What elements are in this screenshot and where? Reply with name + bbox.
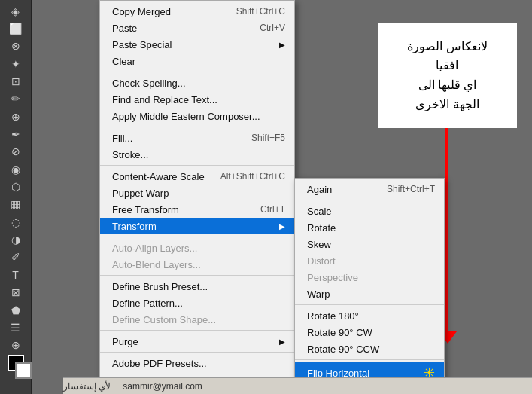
zoom-tool[interactable]: ⊕ (2, 337, 29, 353)
menu-item-purge[interactable]: Purge ▶ (100, 333, 294, 350)
submenu-rotate90cw[interactable]: Rotate 90° CW (295, 324, 444, 341)
submenu-skew[interactable]: Skew (295, 236, 444, 252)
submenu-rotate180[interactable]: Rotate 180° (295, 307, 444, 324)
transform-submenu: Again Shift+Ctrl+T Scale Rotate Skew Dis… (294, 178, 445, 394)
type-tool[interactable]: T (2, 267, 29, 283)
menu-item-stroke[interactable]: Stroke... (100, 146, 294, 163)
menu-item-auto-blend[interactable]: Auto-Blend Layers... (100, 256, 294, 273)
divider-7 (100, 352, 294, 353)
edit-context-menu: Copy Merged Shift+Ctrl+C Paste Ctrl+V Pa… (99, 0, 295, 394)
dodge-tool[interactable]: ◑ (2, 231, 29, 247)
divider-5 (100, 275, 294, 276)
submenu-again[interactable]: Again Shift+Ctrl+T (295, 181, 444, 197)
menu-item-paste-special[interactable]: Paste Special ▶ (100, 36, 294, 53)
menu-item-auto-align[interactable]: Auto-Align Layers... (100, 240, 294, 256)
brush-tool[interactable]: ✒ (2, 126, 29, 142)
magic-wand-tool[interactable]: ✦ (2, 56, 29, 72)
hand-tool[interactable]: ☰ (2, 319, 29, 335)
eraser-tool[interactable]: ⬡ (2, 179, 29, 194)
history-brush[interactable]: ◉ (2, 161, 29, 177)
divider-3 (100, 165, 294, 166)
submenu-rotate[interactable]: Rotate (295, 219, 444, 236)
menu-item-copy-merged[interactable]: Copy Merged Shift+Ctrl+C (100, 3, 294, 20)
clone-tool[interactable]: ⊘ (2, 144, 29, 160)
submenu-scale[interactable]: Scale (295, 203, 444, 219)
menu-item-paste[interactable]: Paste Ctrl+V (100, 20, 294, 36)
menu-item-define-pattern[interactable]: Define Pattern... (100, 295, 294, 311)
divider-2 (100, 127, 294, 127)
sub-divider-3 (295, 359, 444, 360)
menu-item-free-transform[interactable]: Free Transform Ctrl+T (100, 201, 294, 218)
blur-tool[interactable]: ◌ (2, 214, 29, 230)
menu-item-define-shape[interactable]: Define Custom Shape... (100, 311, 294, 328)
menu-item-transform[interactable]: Transform ▶ (100, 218, 294, 234)
menu-item-content-aware[interactable]: Content-Aware Scale Alt+Shift+Ctrl+C (100, 168, 294, 185)
submenu-warp[interactable]: Warp (295, 286, 444, 302)
info-card: لانعكاس الصورة افقيا اي قلبها الى الجهة … (378, 23, 517, 128)
healing-tool[interactable]: ⊕ (2, 108, 29, 124)
menu-item-check-spelling[interactable]: Check Spelling... (100, 75, 294, 91)
toolbar: ◈ ⬜ ⊗ ✦ ⊡ ✏ ⊕ ✒ ⊘ ◉ ⬡ ▦ ◌ ◑ ✐ T ⊠ ⬟ ☰ ⊕ (0, 0, 32, 394)
pen-tool[interactable]: ✐ (2, 249, 29, 265)
marquee-tool[interactable]: ⬜ (2, 20, 29, 36)
sub-divider-1 (295, 200, 444, 200)
foreground-color[interactable] (8, 355, 24, 371)
gradient-tool[interactable]: ▦ (2, 197, 29, 212)
eyedropper-tool[interactable]: ✏ (2, 91, 29, 107)
status-email: sammir@ymail.com (123, 381, 202, 392)
arrow-line (445, 128, 448, 339)
info-card-text: لانعكاس الصورة افقيا اي قلبها الى الجهة … (407, 37, 487, 114)
menu-item-puppet-warp[interactable]: Puppet Warp (100, 185, 294, 201)
move-tool[interactable]: ◈ (2, 3, 29, 19)
status-bar: sammir@ymail.com لأي إستفسار (63, 377, 532, 394)
submenu-distort[interactable]: Distort (295, 252, 444, 269)
background-color[interactable] (15, 362, 32, 379)
menu-item-clear[interactable]: Clear (100, 53, 294, 69)
submenu-rotate90ccw[interactable]: Rotate 90° CCW (295, 341, 444, 357)
menu-item-fill[interactable]: Fill... Shift+F5 (100, 130, 294, 146)
path-tool[interactable]: ⊠ (2, 285, 29, 301)
status-prompt: لأي إستفسار (63, 381, 111, 392)
lasso-tool[interactable]: ⊗ (2, 38, 29, 54)
crop-tool[interactable]: ⊡ (2, 73, 29, 89)
menu-item-middle-eastern[interactable]: Apply Middle Eastern Composer... (100, 108, 294, 124)
submenu-perspective[interactable]: Perspective (295, 269, 444, 286)
menu-item-find-replace[interactable]: Find and Replace Text... (100, 91, 294, 108)
menu-item-define-brush[interactable]: Define Brush Preset... (100, 278, 294, 295)
divider-1 (100, 72, 294, 72)
canvas-area: سيد لانعكاس الصورة افقيا اي قلبها الى ال… (32, 0, 532, 394)
sub-divider-2 (295, 304, 444, 305)
divider-4 (100, 237, 294, 237)
menu-item-pdf-presets[interactable]: Adobe PDF Presets... (100, 355, 294, 371)
divider-6 (100, 330, 294, 331)
shape-tool[interactable]: ⬟ (2, 302, 29, 318)
